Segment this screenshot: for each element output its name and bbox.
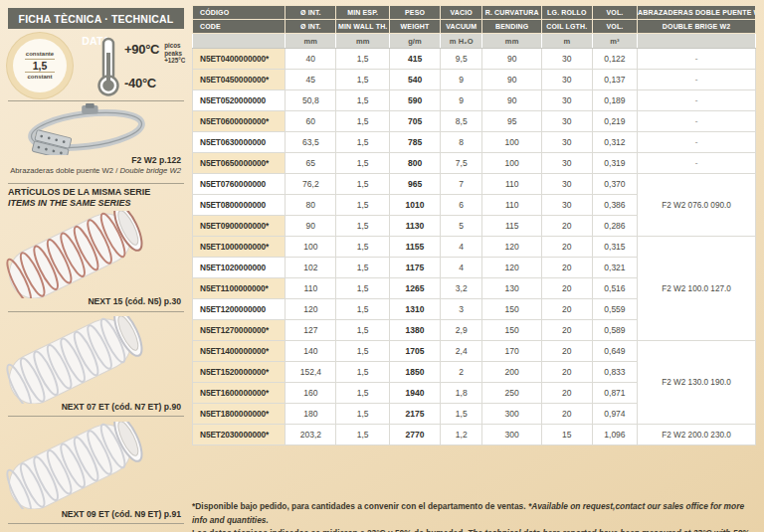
int-cell: 40 [286, 49, 336, 70]
page-title: FICHA TÈCNICA · TECHNICAL DATA [8, 8, 184, 29]
sidebar: FICHA TÈCNICA · TECHNICAL DATA constante… [0, 0, 189, 532]
wall-th-cell: 1,5 [336, 362, 390, 383]
header-row: CÓDIGOØ INT.MIN ESP.PESOVACIOR. CURVATUR… [193, 6, 756, 20]
footnote-line-2: Los datos técnicos indicados se midieron… [192, 527, 756, 532]
weight-cell: 1705 [390, 341, 441, 362]
code-cell: N5ET0760000000 [193, 174, 286, 195]
clamp-ref-cell: F2 W2 076.0 090.0 [638, 174, 756, 237]
bending-cell: 100 [482, 132, 541, 153]
vol-cell: 0,871 [592, 383, 637, 404]
vacuum-cell: 9 [441, 90, 482, 111]
spec-table-body: N5ET0400000000*401,54159,590300,122-N5ET… [193, 49, 756, 445]
clamp-caption: Abrazaderas doble puente W2 / Double bri… [10, 166, 181, 175]
code-cell: N5ET0450000000* [193, 70, 286, 90]
wall-th-cell: 1,5 [336, 425, 390, 445]
peaks-value: +125°C [164, 57, 185, 65]
vol-cell: 1,096 [592, 425, 637, 445]
clamp-image [12, 103, 161, 155]
vacuum-cell: 8 [441, 132, 482, 153]
weight-cell: 590 [390, 90, 441, 111]
code-cell: N5ET0900000000* [193, 216, 286, 237]
vacuum-cell: 8,5 [441, 111, 482, 132]
code-cell: N5ET1020000000 [193, 258, 286, 278]
vacuum-cell: 3 [441, 299, 482, 320]
int-cell: 127 [286, 320, 336, 341]
col-header-unit: m³ [592, 34, 637, 49]
header-row: CODEØ INT.MIN WALL TH.WEIGHTVACUUMBENDIN… [193, 20, 756, 34]
vacuum-cell: 2,9 [441, 320, 482, 341]
wall-th-cell: 1,5 [336, 278, 390, 299]
wall-th-cell: 1,5 [336, 70, 390, 90]
divider [8, 311, 184, 312]
footnote-line1-es: *Disponible bajo pedido, para cantidades… [192, 501, 526, 511]
wall-th-cell: 1,5 [336, 258, 390, 278]
wall-th-cell: 1,5 [336, 153, 390, 174]
wall-th-cell: 1,5 [336, 237, 390, 258]
weight-cell: 2175 [390, 404, 441, 425]
weight-cell: 1380 [390, 320, 441, 341]
coil-length-cell: 30 [541, 132, 592, 153]
int-cell: 120 [286, 299, 336, 320]
wall-th-cell: 1,5 [336, 195, 390, 216]
wall-th-cell: 1,5 [336, 404, 390, 425]
bending-cell: 120 [482, 237, 541, 258]
int-cell: 203,2 [286, 425, 336, 445]
footnote-line2-es: Los datos técnicos indicados se midieron… [192, 528, 466, 532]
coil-length-cell: 30 [541, 153, 592, 174]
divider [8, 416, 184, 417]
vacuum-cell: 9,5 [441, 49, 482, 70]
vol-cell: 0,516 [592, 278, 637, 299]
col-header-en: MIN WALL TH. [336, 20, 390, 34]
code-cell: N5ET1800000000* [193, 404, 286, 425]
vacuum-cell: 7,5 [441, 153, 482, 174]
bending-cell: 110 [482, 174, 541, 195]
clamp-ref-cell: F2 W2 100.0 127.0 [638, 237, 756, 341]
bending-cell: 90 [482, 90, 541, 111]
code-cell: N5ET0630000000 [193, 132, 286, 153]
code-cell: N5ET2030000000* [193, 425, 286, 445]
series-title-es: ARTÍCULOS DE LA MISMA SERIE [8, 187, 150, 197]
col-header-unit [193, 34, 286, 49]
coil-length-cell: 30 [541, 70, 592, 90]
coil-length-cell: 20 [541, 237, 592, 258]
bending-cell: 170 [482, 341, 541, 362]
vacuum-cell: 4 [441, 258, 482, 278]
int-cell: 63,5 [286, 132, 336, 153]
col-header-en: COIL LGTH. [541, 20, 592, 34]
weight-cell: 705 [390, 111, 441, 132]
weight-cell: 1175 [390, 258, 441, 278]
related-item-label: NEXT 07 ET (cód. N7 ET) p.90 [62, 402, 181, 412]
col-header-en: Ø INT. [286, 20, 336, 34]
vacuum-cell: 1,5 [441, 404, 482, 425]
weight-cell: 1265 [390, 278, 441, 299]
clamp-ref-cell: - [638, 49, 756, 70]
wall-th-cell: 1,5 [336, 299, 390, 320]
bending-cell: 150 [482, 299, 541, 320]
int-cell: 110 [286, 278, 336, 299]
weight-cell: 800 [390, 153, 441, 174]
bending-cell: 90 [482, 49, 541, 70]
wall-th-cell: 1,5 [336, 49, 390, 70]
hose-image-next-09-et [0, 422, 171, 509]
bending-cell: 90 [482, 70, 541, 90]
col-header-unit: m H₂O [441, 34, 482, 49]
weight-cell: 415 [390, 49, 441, 70]
coil-length-cell: 30 [541, 49, 592, 70]
weight-cell: 1310 [390, 299, 441, 320]
col-header-en: BENDING [482, 20, 541, 34]
bending-cell: 110 [482, 195, 541, 216]
hose-image-next-07-et [0, 316, 171, 404]
table-row: N5ET063000000063,51,57858100300,312- [193, 132, 756, 153]
clamp-caption-es: Abrazaderas doble puente W2 [10, 166, 113, 175]
constant-badge-bottom-label: constant [27, 74, 52, 81]
coil-length-cell: 20 [541, 299, 592, 320]
coil-length-cell: 30 [541, 195, 592, 216]
vol-cell: 0,286 [592, 216, 637, 237]
vacuum-cell: 2 [441, 362, 482, 383]
weight-cell: 540 [390, 70, 441, 90]
col-header-unit: mm [482, 34, 541, 49]
coil-length-cell: 30 [541, 90, 592, 111]
col-header-es: VACIO [441, 6, 482, 20]
table-row: N5ET2030000000*203,21,527701,2300151,096… [193, 425, 756, 445]
vol-cell: 0,649 [592, 341, 637, 362]
